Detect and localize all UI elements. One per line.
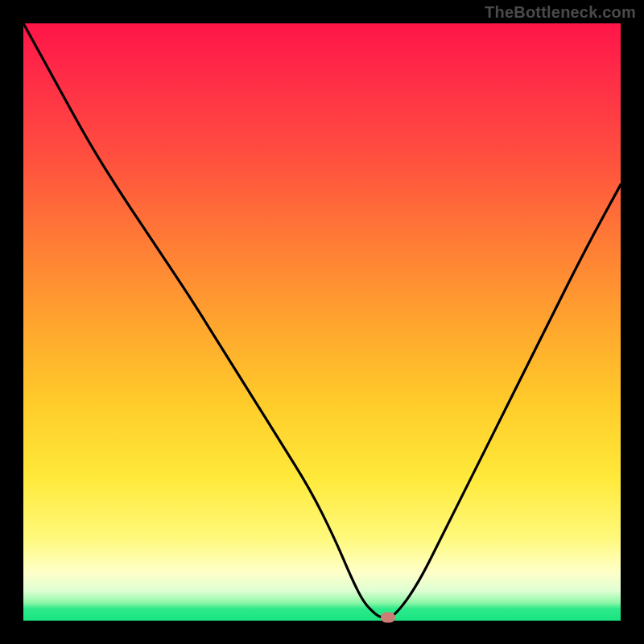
bottleneck-marker xyxy=(381,612,395,622)
watermark-text: TheBottleneck.com xyxy=(485,3,636,22)
heat-gradient-background xyxy=(23,23,621,621)
plot-area xyxy=(23,23,621,621)
chart-container: TheBottleneck.com xyxy=(0,0,644,644)
